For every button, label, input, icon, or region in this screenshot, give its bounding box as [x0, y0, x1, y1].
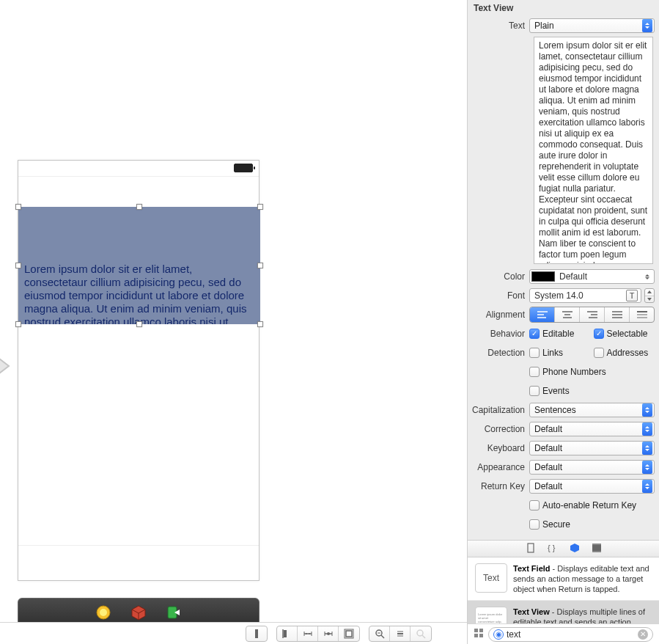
- font-field[interactable]: System 14.0 T: [529, 288, 641, 303]
- resize-handle-bm[interactable]: [136, 321, 142, 327]
- device-frame[interactable]: Lorem ipsum dolor sit er elit lamet, con…: [18, 160, 259, 581]
- color-swatch: [531, 271, 555, 282]
- library-filter-bar: ◉ text ✕: [468, 623, 659, 644]
- font-label: Font: [472, 290, 529, 301]
- filter-clear-icon[interactable]: ✕: [638, 629, 648, 640]
- align-right-button[interactable]: [580, 307, 605, 322]
- library-tabs: { }: [468, 540, 659, 557]
- text-type-popup[interactable]: Plain: [529, 18, 655, 33]
- selectable-checkbox[interactable]: [594, 329, 604, 339]
- zoom-actual-button[interactable]: [390, 626, 411, 641]
- svg-rect-52: [479, 634, 483, 637]
- resize-handle-tl[interactable]: [15, 204, 21, 210]
- pin-tool-button[interactable]: [298, 626, 318, 641]
- zoom-out-button[interactable]: [369, 626, 390, 641]
- events-checkbox[interactable]: [529, 386, 540, 396]
- expand-arrow-icon[interactable]: [0, 356, 13, 376]
- selected-text-view[interactable]: Lorem ipsum dolor sit er elit lamet, con…: [18, 207, 260, 324]
- correction-popup[interactable]: Default: [529, 422, 655, 436]
- dock-item-green-exit-icon[interactable]: [166, 604, 182, 623]
- secure-checkbox[interactable]: [529, 519, 540, 530]
- chevron-icon: [642, 422, 652, 436]
- editor-bottom-toolbar: [0, 622, 467, 644]
- resize-handle-tm[interactable]: [136, 204, 142, 210]
- svg-line-27: [422, 635, 425, 638]
- svg-point-12: [306, 633, 307, 634]
- color-value: Default: [559, 271, 642, 282]
- resize-handle-bl[interactable]: [15, 321, 21, 327]
- inspector-section-title: Text View: [468, 0, 659, 18]
- return-key-popup[interactable]: Default: [529, 479, 655, 494]
- links-label: Links: [542, 348, 563, 358]
- capitalization-popup[interactable]: Sentences: [529, 403, 655, 417]
- lib-tab-objects-icon[interactable]: [570, 543, 580, 555]
- chevron-icon: [642, 461, 652, 474]
- svg-line-21: [381, 635, 384, 638]
- svg-marker-45: [570, 544, 579, 552]
- align-left-button[interactable]: [530, 307, 555, 322]
- view-mode-group: [246, 626, 268, 642]
- zoom-in-button[interactable]: [411, 626, 431, 641]
- library-filter-field[interactable]: ◉ text ✕: [488, 627, 653, 642]
- lib-tab-media-icon[interactable]: [592, 543, 602, 555]
- appearance-popup[interactable]: Default: [529, 460, 655, 475]
- dock-item-yellow-icon[interactable]: [95, 604, 111, 623]
- lib-thumb-text-field: Text: [475, 563, 507, 593]
- auto-enable-checkbox[interactable]: [529, 500, 540, 511]
- chevron-icon: [642, 271, 652, 282]
- chevron-icon: [642, 19, 652, 32]
- svg-rect-18: [346, 631, 352, 637]
- align-center-button[interactable]: [555, 307, 580, 322]
- svg-text:{ }: { }: [548, 544, 556, 552]
- svg-rect-43: [528, 544, 534, 552]
- status-bar: [18, 161, 259, 177]
- addresses-label: Addresses: [607, 348, 649, 358]
- keyboard-popup[interactable]: Default: [529, 441, 655, 455]
- align-justify-button[interactable]: [605, 307, 630, 322]
- resize-handle-br[interactable]: [257, 321, 263, 327]
- svg-point-15: [327, 632, 330, 635]
- svg-rect-7: [284, 630, 287, 637]
- phone-label: Phone Numbers: [542, 367, 606, 377]
- svg-point-13: [309, 633, 310, 634]
- editable-checkbox[interactable]: [529, 329, 540, 339]
- align-natural-button[interactable]: [630, 307, 654, 322]
- resize-handle-tr[interactable]: [257, 204, 263, 210]
- resize-handle-mr[interactable]: [257, 263, 263, 268]
- font-size-stepper[interactable]: [644, 288, 655, 303]
- color-label: Color: [472, 271, 529, 282]
- capitalization-label: Capitalization: [472, 405, 529, 415]
- keyboard-label: Keyboard: [472, 443, 529, 453]
- events-label: Events: [542, 386, 570, 396]
- resizing-tool-button[interactable]: [339, 626, 359, 641]
- correction-label: Correction: [472, 424, 529, 434]
- selectable-label: Selectable: [607, 329, 648, 339]
- resize-handle-ml[interactable]: [15, 263, 21, 268]
- filter-scope-icon[interactable]: ◉: [493, 629, 504, 640]
- library-grid-toggle-icon[interactable]: [474, 628, 484, 640]
- canvas-area[interactable]: Lorem ipsum dolor sit er elit lamet, con…: [0, 0, 467, 644]
- dock-item-red-cube-icon[interactable]: [130, 604, 147, 623]
- editable-label: Editable: [542, 329, 574, 339]
- library-item-text-field[interactable]: Text Text Field - Displays editable text…: [468, 557, 659, 601]
- secure-label: Secure: [542, 519, 570, 530]
- phone-checkbox[interactable]: [529, 367, 540, 377]
- lib-tab-snippets-icon[interactable]: { }: [548, 543, 558, 555]
- view-mode-button[interactable]: [246, 626, 267, 641]
- text-content-box[interactable]: Lorem ipsum dolor sit er elit lamet, con…: [534, 37, 653, 264]
- color-well[interactable]: Default: [529, 269, 655, 284]
- resolve-tool-button[interactable]: [318, 626, 339, 641]
- addresses-checkbox[interactable]: [594, 348, 604, 358]
- appearance-label: Appearance: [472, 462, 529, 472]
- chevron-icon: [642, 480, 652, 493]
- detection-label: Detection: [472, 348, 529, 358]
- filter-text: text: [507, 629, 635, 640]
- svg-point-1: [100, 609, 107, 616]
- font-picker-icon[interactable]: T: [626, 290, 638, 301]
- svg-rect-47: [592, 544, 601, 545]
- lib-tab-file-icon[interactable]: [526, 543, 536, 555]
- toolbar-placeholder: [18, 545, 259, 580]
- lib-desc-text-field: Text Field - Displays editable text and …: [513, 563, 652, 594]
- align-tool-button[interactable]: [277, 626, 298, 641]
- links-checkbox[interactable]: [529, 348, 540, 358]
